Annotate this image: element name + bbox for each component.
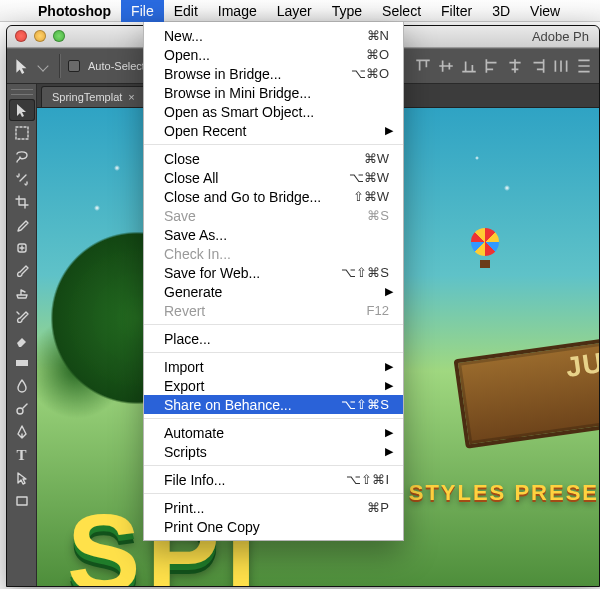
menu-item-label: Share on Behance...: [164, 397, 341, 413]
menu-item-shortcut: ⌘N: [367, 28, 389, 43]
menubar-item-image[interactable]: Image: [208, 0, 267, 22]
tool-type[interactable]: T: [9, 444, 35, 466]
menubar-item-filter[interactable]: Filter: [431, 0, 482, 22]
tool-brush[interactable]: [9, 260, 35, 282]
tool-history-brush[interactable]: [9, 306, 35, 328]
menu-item-new[interactable]: New...⌘N: [144, 26, 403, 45]
menu-item-label: Save As...: [164, 227, 389, 243]
tool-marquee[interactable]: [9, 122, 35, 144]
menu-item-browse-in-mini-bridge[interactable]: Browse in Mini Bridge...: [144, 83, 403, 102]
menu-item-label: Generate: [164, 284, 389, 300]
close-tab-icon[interactable]: ×: [128, 91, 134, 103]
svg-rect-2: [16, 360, 28, 366]
menu-item-label: Open as Smart Object...: [164, 104, 389, 120]
menu-item-label: Save: [164, 208, 367, 224]
panel-grip-icon[interactable]: [11, 89, 33, 95]
tool-gradient[interactable]: [9, 352, 35, 374]
menu-item-label: Browse in Mini Bridge...: [164, 85, 389, 101]
app-name[interactable]: Photoshop: [28, 3, 121, 19]
tool-clone-stamp[interactable]: [9, 283, 35, 305]
distribute-h-icon[interactable]: [552, 57, 570, 75]
menubar-item-edit[interactable]: Edit: [164, 0, 208, 22]
tool-eraser[interactable]: [9, 329, 35, 351]
menu-item-label: Check In...: [164, 246, 389, 262]
menu-item-generate[interactable]: Generate▶: [144, 282, 403, 301]
window-zoom-button[interactable]: [53, 30, 65, 42]
menu-item-import[interactable]: Import▶: [144, 357, 403, 376]
menu-item-shortcut: ⌥⇧⌘I: [346, 472, 389, 487]
tool-pen[interactable]: [9, 421, 35, 443]
artwork-banner: STYLES PRESE: [409, 480, 599, 506]
menu-item-shortcut: ⌘S: [367, 208, 389, 223]
menu-item-scripts[interactable]: Scripts▶: [144, 442, 403, 461]
tool-move[interactable]: [9, 99, 35, 121]
align-hcenter-icon[interactable]: [506, 57, 524, 75]
menubar-item-file[interactable]: File: [121, 0, 164, 22]
tool-lasso[interactable]: [9, 145, 35, 167]
tool-magic-wand[interactable]: [9, 168, 35, 190]
menu-item-export[interactable]: Export▶: [144, 376, 403, 395]
menu-item-label: Open...: [164, 47, 366, 63]
menu-item-share-on-behance[interactable]: Share on Behance...⌥⇧⌘S: [144, 395, 403, 414]
menu-item-close-all[interactable]: Close All⌥⌘W: [144, 168, 403, 187]
menu-item-close[interactable]: Close⌘W: [144, 149, 403, 168]
align-bottom-icon[interactable]: [460, 57, 478, 75]
mac-menubar: Photoshop FileEditImageLayerTypeSelectFi…: [0, 0, 600, 22]
menubar-item-3d[interactable]: 3D: [482, 0, 520, 22]
menu-item-save-for-web[interactable]: Save for Web...⌥⇧⌘S: [144, 263, 403, 282]
menu-item-shortcut: ⌘W: [364, 151, 389, 166]
menu-item-shortcut: ⌥⇧⌘S: [341, 397, 389, 412]
tools-panel: T: [7, 84, 37, 586]
distribute-v-icon[interactable]: [575, 57, 593, 75]
menu-item-label: Print One Copy: [164, 519, 389, 535]
menu-item-shortcut: ⌥⌘W: [349, 170, 389, 185]
menu-item-open[interactable]: Open...⌘O: [144, 45, 403, 64]
menubar-item-type[interactable]: Type: [322, 0, 372, 22]
menu-item-label: Browse in Bridge...: [164, 66, 351, 82]
document-tab[interactable]: SpringTemplat ×: [41, 86, 146, 107]
align-icons-group: [414, 57, 593, 75]
menu-item-open-as-smart-object[interactable]: Open as Smart Object...: [144, 102, 403, 121]
menu-item-label: Save for Web...: [164, 265, 341, 281]
menu-item-shortcut: ⌘P: [367, 500, 389, 515]
menu-item-save-as[interactable]: Save As...: [144, 225, 403, 244]
menu-item-browse-in-bridge[interactable]: Browse in Bridge...⌥⌘O: [144, 64, 403, 83]
menu-item-shortcut: ⌥⇧⌘S: [341, 265, 389, 280]
svg-point-3: [17, 408, 23, 414]
tool-eyedropper[interactable]: [9, 214, 35, 236]
align-left-icon[interactable]: [483, 57, 501, 75]
menu-item-close-and-go-to-bridge[interactable]: Close and Go to Bridge...⇧⌘W: [144, 187, 403, 206]
submenu-arrow-icon: ▶: [385, 360, 393, 373]
window-close-button[interactable]: [15, 30, 27, 42]
tool-path-select[interactable]: [9, 467, 35, 489]
menubar-item-layer[interactable]: Layer: [267, 0, 322, 22]
menu-item-shortcut: F12: [367, 303, 389, 318]
menu-item-label: Print...: [164, 500, 367, 516]
menu-item-label: Export: [164, 378, 389, 394]
menu-item-print-one-copy[interactable]: Print One Copy: [144, 517, 403, 536]
menu-item-open-recent[interactable]: Open Recent▶: [144, 121, 403, 140]
window-minimize-button[interactable]: [34, 30, 46, 42]
tool-crop[interactable]: [9, 191, 35, 213]
menu-item-label: Revert: [164, 303, 367, 319]
align-top-icon[interactable]: [414, 57, 432, 75]
align-vcenter-icon[interactable]: [437, 57, 455, 75]
menu-item-label: Open Recent: [164, 123, 389, 139]
menubar-item-view[interactable]: View: [520, 0, 570, 22]
menu-item-file-info[interactable]: File Info...⌥⇧⌘I: [144, 470, 403, 489]
auto-select-checkbox[interactable]: [68, 60, 80, 72]
menu-item-label: Close: [164, 151, 364, 167]
menubar-item-select[interactable]: Select: [372, 0, 431, 22]
menu-item-label: New...: [164, 28, 367, 44]
tool-blur[interactable]: [9, 375, 35, 397]
tool-healing[interactable]: [9, 237, 35, 259]
tool-preset-picker[interactable]: [37, 60, 48, 71]
auto-select-label: Auto-Select:: [88, 60, 148, 72]
align-right-icon[interactable]: [529, 57, 547, 75]
menu-item-label: Place...: [164, 331, 389, 347]
menu-item-automate[interactable]: Automate▶: [144, 423, 403, 442]
tool-rectangle[interactable]: [9, 490, 35, 512]
menu-item-print[interactable]: Print...⌘P: [144, 498, 403, 517]
tool-dodge[interactable]: [9, 398, 35, 420]
menu-item-place[interactable]: Place...: [144, 329, 403, 348]
